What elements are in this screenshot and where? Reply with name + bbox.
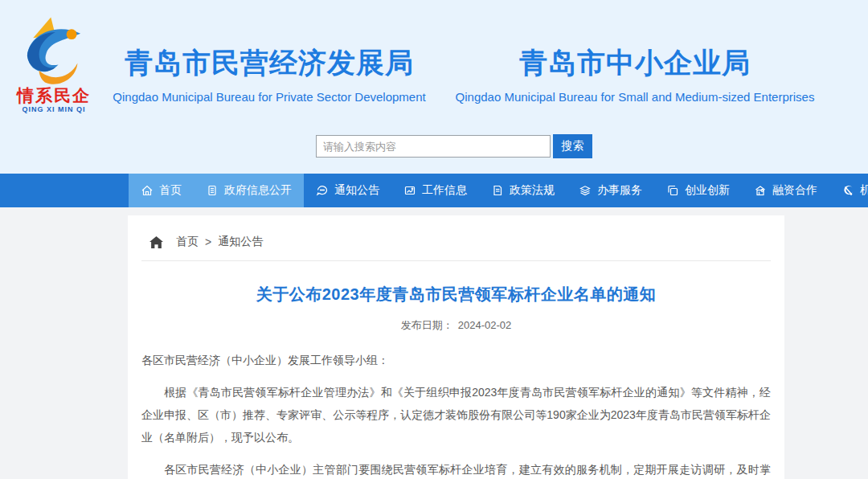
nav-item-work-info[interactable]: 工作信息: [391, 174, 479, 207]
innovation-icon: [666, 184, 679, 197]
nav-label: 政府信息公开: [224, 183, 292, 198]
search-input[interactable]: [316, 135, 551, 158]
site-header: 情系民企 QING XI MIN QI 青岛市民营经济发展局 Qingdao M…: [0, 0, 868, 174]
breadcrumb-separator: >: [205, 235, 211, 248]
breadcrumb: 首页 > 通知公告: [141, 230, 771, 249]
nav-item-innovation[interactable]: 创业创新: [654, 174, 742, 207]
logo-text-cn: 情系民企: [6, 87, 101, 104]
nav-item-policy[interactable]: 政策法规: [479, 174, 567, 207]
bureau-private-sector: 青岛市民营经济发展局 Qingdao Municipal Bureau for …: [108, 45, 430, 104]
policy-icon: [491, 184, 504, 197]
nav-label: 创业创新: [685, 183, 730, 198]
home-icon: [141, 184, 154, 197]
nav-label: 办事服务: [597, 183, 642, 198]
breadcrumb-current[interactable]: 通知公告: [218, 235, 263, 249]
nav-item-party-building[interactable]: 机关党建: [829, 174, 868, 207]
bureau-title-cn: 青岛市民营经济发展局: [108, 45, 430, 80]
bureau-subtitle-en: Qingdao Municipal Bureau for Small and M…: [438, 90, 832, 104]
financing-icon: [754, 184, 767, 197]
article-paragraph-salutation: 各区市民营经济（中小企业）发展工作领导小组：: [141, 349, 771, 371]
site-logo: 情系民企 QING XI MIN QI: [6, 13, 101, 114]
nav-highlight-group: 首页 政府信息公开: [129, 174, 304, 207]
nav-item-notices[interactable]: 通知公告: [304, 174, 391, 207]
logo-text-en: QING XI MIN QI: [6, 104, 101, 114]
nav-label: 通知公告: [334, 183, 379, 198]
nav-spacer: [0, 174, 129, 207]
nav-item-home[interactable]: 首页: [129, 174, 194, 207]
logo-swirl-icon: [17, 13, 91, 87]
publish-date-value: 2024-02-02: [458, 319, 512, 331]
bureau-sme: 青岛市中小企业局 Qingdao Municipal Bureau for Sm…: [438, 45, 832, 104]
bureau-subtitle-en: Qingdao Municipal Bureau for Private Sec…: [108, 90, 430, 104]
nav-label: 融资合作: [772, 183, 817, 198]
main-content-area: 首页 > 通知公告 关于公布2023年度青岛市民营领军标杆企业名单的通知 发布日…: [0, 207, 868, 479]
nav-label: 工作信息: [422, 183, 467, 198]
notice-icon: [316, 184, 329, 197]
search-button[interactable]: 搜索: [553, 134, 592, 158]
nav-label: 机关党建: [860, 183, 868, 198]
publish-date-label: 发布日期：: [401, 319, 453, 331]
article-paragraph: 各区市民营经济（中小企业）主管部门要围绕民营领军标杆企业培育，建立有效的服务机制…: [141, 458, 771, 479]
nav-item-gov-info[interactable]: 政府信息公开: [194, 174, 304, 207]
bureau-title-cn: 青岛市中小企业局: [438, 45, 832, 80]
party-icon: [841, 184, 854, 197]
gov-info-icon: [206, 184, 219, 197]
services-icon: [579, 184, 592, 197]
breadcrumb-home-link[interactable]: 首页: [176, 235, 199, 249]
article-title: 关于公布2023年度青岛市民营领军标杆企业名单的通知: [141, 284, 771, 305]
breadcrumb-divider: [141, 260, 771, 261]
article-panel: 首页 > 通知公告 关于公布2023年度青岛市民营领军标杆企业名单的通知 发布日…: [128, 215, 784, 479]
article-body: 各区市民营经济（中小企业）发展工作领导小组： 根据《青岛市民营领军标杆企业管理办…: [141, 349, 771, 479]
nav-label: 政策法规: [510, 183, 555, 198]
article-paragraph: 根据《青岛市民营领军标杆企业管理办法》和《关于组织申报2023年度青岛市民营领军…: [141, 381, 771, 448]
page: 情系民企 QING XI MIN QI 青岛市民营经济发展局 Qingdao M…: [0, 0, 868, 479]
search-bar: 搜索: [316, 134, 592, 158]
breadcrumb-home-icon: [149, 236, 163, 248]
nav-item-services[interactable]: 办事服务: [567, 174, 654, 207]
article-publish-date: 发布日期：2024-02-02: [141, 318, 771, 333]
nav-item-financing[interactable]: 融资合作: [742, 174, 829, 207]
nav-label: 首页: [159, 183, 182, 198]
work-info-icon: [403, 184, 416, 197]
main-nav: 首页 政府信息公开 通知公告 工作信息 政策法规 办事服务 创业创新: [0, 174, 868, 207]
